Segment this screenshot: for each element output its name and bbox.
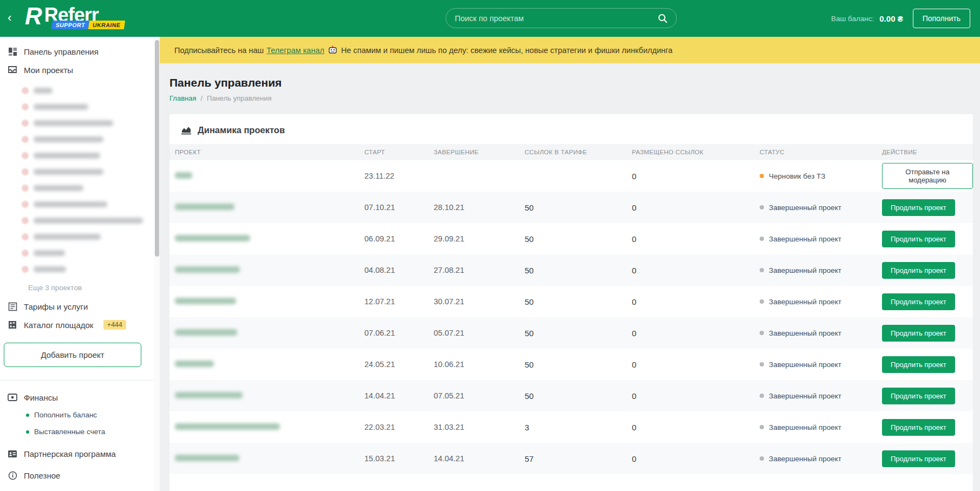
tariffs-icon (8, 302, 17, 311)
sidebar-item-dashboard[interactable]: Панель управления (0, 42, 160, 61)
search-icon[interactable] (658, 14, 668, 23)
end-date-cell: 30.07.21 (428, 297, 519, 306)
action-cell: Продлить проект (877, 356, 973, 373)
status-cell: Завершенный проект (754, 204, 877, 212)
status-cell: Черновик без ТЗ (754, 172, 877, 180)
logo-support-ukraine-badge: SUPPORT UKRAINE (51, 21, 125, 29)
placed-links-cell: 0 (626, 454, 754, 463)
action-cell: Продлить проект (877, 231, 973, 247)
action-button[interactable]: Отправьте на модерацию (882, 163, 973, 189)
project-link-redacted[interactable] (175, 329, 237, 336)
start-date-cell: 14.04.21 (359, 391, 428, 400)
sidebar-item-tariffs[interactable]: Тарифы и услуги (0, 297, 160, 316)
project-link-redacted[interactable] (175, 423, 280, 430)
finance-submenu-item[interactable]: Пополнить баланс (0, 407, 160, 423)
sidebar-item-my-projects[interactable]: Мои проекты (0, 61, 160, 79)
project-status-dot (22, 120, 29, 127)
logo[interactable]: R Referr SUPPORT UKRAINE (25, 4, 99, 28)
project-link-redacted[interactable] (175, 298, 236, 304)
project-link-redacted[interactable] (175, 235, 250, 241)
start-date-cell: 23.11.22 (359, 172, 428, 180)
sidebar-project-link-redacted[interactable] (0, 115, 160, 131)
action-button[interactable]: Продлить проект (882, 450, 955, 467)
sidebar-project-link-redacted[interactable] (0, 82, 160, 99)
status-dot-icon (760, 268, 764, 272)
project-name-cell (169, 423, 359, 431)
end-date-cell: 05.07.21 (428, 329, 519, 337)
banner-text-prefix: Подписывайтесь на наш (174, 46, 264, 55)
project-name-cell (169, 234, 359, 243)
sidebar-project-link-redacted[interactable] (0, 212, 160, 228)
action-button[interactable]: Продлить проект (882, 231, 955, 247)
telegram-banner: Подписывайтесь на наш Телеграм канал Не … (160, 37, 980, 63)
topup-button[interactable]: Пополнить (913, 9, 970, 28)
search-input[interactable] (455, 14, 658, 23)
status-dot-icon (760, 205, 764, 210)
project-status-dot (22, 201, 29, 208)
sidebar-project-link-redacted[interactable] (0, 228, 160, 245)
project-link-redacted[interactable] (175, 392, 243, 398)
sidebar-project-link-redacted[interactable] (0, 147, 160, 163)
placed-links-cell: 0 (626, 297, 754, 306)
sidebar-project-link-redacted[interactable] (0, 261, 160, 277)
action-button[interactable]: Продлить проект (882, 293, 955, 310)
project-link-redacted[interactable] (175, 266, 240, 273)
end-date-cell: 10.06.21 (428, 360, 519, 369)
table-row: 15.03.21 14.04.21 57 0 Завершенный проек… (169, 443, 973, 474)
sidebar-item-catalog[interactable]: Каталог площадок +444 (0, 316, 160, 334)
project-status-dot (22, 250, 29, 257)
sidebar-project-link-redacted[interactable] (0, 99, 160, 115)
breadcrumb-home-link[interactable]: Главная (169, 94, 196, 102)
tariff-links-cell: 50 (519, 391, 626, 401)
catalog-icon (8, 320, 17, 330)
robot-icon (328, 45, 337, 55)
action-button[interactable]: Продлить проект (882, 325, 955, 342)
sidebar-scrollbar[interactable] (154, 37, 160, 491)
table-row: 24.05.21 10.06.21 50 0 Завершенный проек… (169, 349, 973, 380)
finance-submenu-item[interactable]: Выставленные счета (0, 423, 160, 440)
placed-links-cell: 0 (626, 234, 754, 244)
status-label: Завершенный проект (769, 298, 841, 306)
project-link-redacted[interactable] (175, 361, 214, 367)
sidebar-project-link-redacted[interactable] (0, 245, 160, 261)
sidebar-item-useful[interactable]: Полезное (0, 466, 160, 485)
sidebar-collapse-icon[interactable]: ‹ (4, 12, 15, 24)
telegram-link[interactable]: Телеграм канал (266, 46, 324, 55)
action-button[interactable]: Продлить проект (882, 419, 955, 436)
sidebar-item-finance[interactable]: Финансы (0, 388, 160, 407)
project-name-redacted (34, 250, 65, 256)
project-link-redacted[interactable] (175, 204, 234, 210)
action-button[interactable]: Продлить проект (882, 199, 955, 216)
project-name-redacted (34, 218, 143, 224)
status-cell: Завершенный проект (754, 392, 877, 400)
project-name-redacted (34, 153, 100, 159)
submenu-label: Пополнить баланс (34, 411, 97, 419)
action-button[interactable]: Продлить проект (882, 356, 955, 373)
project-link-redacted[interactable] (175, 172, 192, 179)
sidebar-item-label: Полезное (24, 471, 60, 480)
add-project-button[interactable]: Добавить проект (4, 343, 141, 367)
sidebar-project-link-redacted[interactable] (0, 131, 160, 147)
action-button[interactable]: Продлить проект (882, 388, 955, 404)
status-dot-icon (760, 456, 764, 461)
sidebar-project-link-redacted[interactable] (0, 196, 160, 212)
scrollbar-thumb[interactable] (155, 40, 159, 257)
breadcrumb-separator: / (200, 94, 202, 102)
project-search[interactable] (446, 8, 677, 28)
placed-links-cell: 0 (626, 172, 754, 181)
projects-dynamics-card: Динамика проектов Проект Старт Завершени… (169, 114, 973, 491)
sidebar-item-label: Панель управления (24, 47, 99, 56)
status-label: Завершенный проект (769, 235, 841, 243)
tariff-links-cell: 57 (519, 454, 626, 463)
sidebar-item-partner[interactable]: Партнерская программа (0, 444, 160, 463)
finance-submenu: Пополнить баланс Выставленные счета (0, 407, 160, 440)
project-link-redacted[interactable] (175, 455, 239, 461)
status-label: Завершенный проект (769, 329, 841, 337)
action-button[interactable]: Продлить проект (882, 262, 955, 279)
project-status-dot (22, 217, 29, 224)
ukraine-badge: UKRAINE (88, 21, 125, 29)
sidebar-project-link-redacted[interactable] (0, 180, 160, 196)
sidebar-project-link-redacted[interactable] (0, 163, 160, 180)
more-projects-label[interactable]: Еще 3 проектов (0, 278, 160, 297)
col-header-project: Проект (169, 149, 359, 155)
